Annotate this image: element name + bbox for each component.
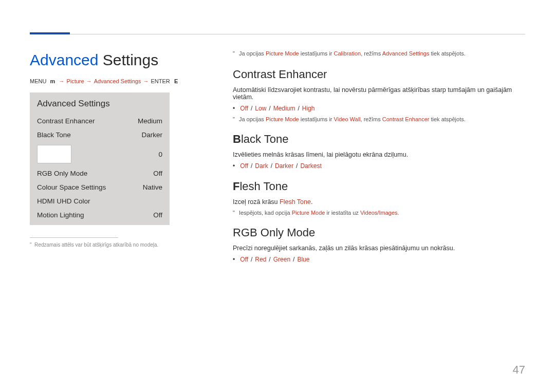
panel-row: Black Tone Darker: [30, 128, 170, 142]
breadcrumb-menu: MENU: [30, 78, 46, 84]
panel-label: Motion Lighting: [37, 211, 84, 219]
note-tick: ": [233, 116, 235, 122]
breadcrumb-arrow: →: [86, 78, 92, 84]
panel-row: HDMI UHD Color: [30, 194, 170, 208]
panel-label: Colour Space Settings: [37, 183, 106, 191]
footnote-tick: ": [30, 242, 34, 248]
breadcrumb-arrow: →: [143, 78, 149, 84]
panel-value: Darker: [141, 131, 162, 139]
breadcrumb-picture: Picture: [66, 78, 84, 84]
top-rule: [30, 34, 525, 34]
top-rule-accent: [30, 32, 70, 34]
page-number: 47: [513, 363, 525, 377]
breadcrumb: MENU m → Picture → Advanced Settings → E…: [30, 78, 180, 84]
options: Off/ Low/ Medium/ High: [240, 105, 314, 112]
section-heading: Flesh Tone: [233, 180, 525, 193]
top-note: " Ja opcijas Picture Mode iestatījums ir…: [233, 50, 525, 57]
panel-label: Black Tone: [37, 131, 71, 139]
section-body: Precīzi noregulējiet sarkanās, zaļās un …: [233, 245, 525, 252]
note-text: Ja opcijas Picture Mode iestatījums ir C…: [239, 50, 466, 57]
footnote-text: Redzamais attēls var būt atšķirīgs atkar…: [34, 242, 158, 248]
panel-value: Off: [153, 170, 162, 177]
placeholder-box: [37, 145, 71, 163]
breadcrumb-arrow: →: [59, 78, 64, 84]
panel-label: RGB Only Mode: [37, 170, 87, 177]
panel-value: Off: [153, 211, 162, 219]
section-contrast-enhancer: Contrast Enhancer Automātiski līdzsvaroj…: [233, 68, 525, 122]
options-line: Off/ Red/ Green/ Blue: [233, 256, 525, 263]
note-tick: ": [233, 210, 235, 216]
options-line: Off/ Dark/ Darker/ Darkest: [233, 162, 525, 170]
options-line: Off/ Low/ Medium/ High: [233, 105, 525, 112]
panel-label: Contrast Enhancer: [37, 117, 95, 125]
panel-row: Motion Lighting Off: [30, 208, 170, 225]
section-heading: RGB Only Mode: [233, 226, 525, 239]
panel-value: Native: [143, 183, 162, 191]
page-title-accent: Advanced: [30, 51, 98, 68]
panel-row: Colour Space Settings Native: [30, 180, 170, 194]
panel-value: 0: [158, 151, 162, 158]
panel-row: RGB Only Mode Off: [30, 166, 170, 180]
content-column: " Ja opcijas Picture Mode iestatījums ir…: [233, 50, 525, 273]
section-note: " Iespējots, kad opcija Picture Mode ir …: [233, 210, 525, 216]
section-flesh-tone: Flesh Tone Izceļ rozā krāsu Flesh Tone. …: [233, 180, 525, 216]
note-tick: ": [233, 50, 235, 57]
section-body: Izvēlieties melnās krāsas līmeni, lai pi…: [233, 151, 525, 158]
options: Off/ Red/ Green/ Blue: [240, 256, 309, 263]
section-note: " Ja opcijas Picture Mode iestatījums ir…: [233, 116, 525, 122]
breadcrumb-advanced: Advanced Settings: [94, 78, 141, 84]
breadcrumb-enter: ENTER: [151, 78, 170, 84]
section-heading: Contrast Enhancer: [233, 68, 525, 81]
panel-footnote: " Redzamais attēls var būt atšķirīgs atk…: [30, 242, 158, 248]
page-title-rest: Settings: [98, 51, 158, 68]
panel-row-placeholder: 0: [30, 142, 170, 166]
menu-icon: m: [48, 78, 57, 84]
panel-header: Advanced Settings: [30, 92, 170, 114]
section-rgb-only-mode: RGB Only Mode Precīzi noregulējiet sarka…: [233, 226, 525, 263]
section-black-tone: Black Tone Izvēlieties melnās krāsas līm…: [233, 133, 525, 170]
note-text: Ja opcijas Picture Mode iestatījums ir V…: [239, 116, 466, 122]
section-body: Izceļ rozā krāsu Flesh Tone.: [233, 198, 525, 206]
options: Off/ Dark/ Darker/ Darkest: [240, 162, 322, 170]
note-text: Iespējots, kad opcija Picture Mode ir ie…: [239, 210, 399, 216]
panel-label: HDMI UHD Color: [37, 197, 90, 205]
enter-icon: E: [172, 78, 180, 84]
page-title: Advanced Settings: [30, 51, 158, 69]
panel-row: Contrast Enhancer Medium: [30, 114, 170, 128]
panel-value: Medium: [138, 117, 162, 125]
footnote-divider: [30, 237, 118, 238]
section-heading: Black Tone: [233, 133, 525, 146]
section-body: Automātiski līdzsvarojiet kontrastu, lai…: [233, 86, 525, 101]
settings-panel: Advanced Settings Contrast Enhancer Medi…: [30, 92, 170, 225]
